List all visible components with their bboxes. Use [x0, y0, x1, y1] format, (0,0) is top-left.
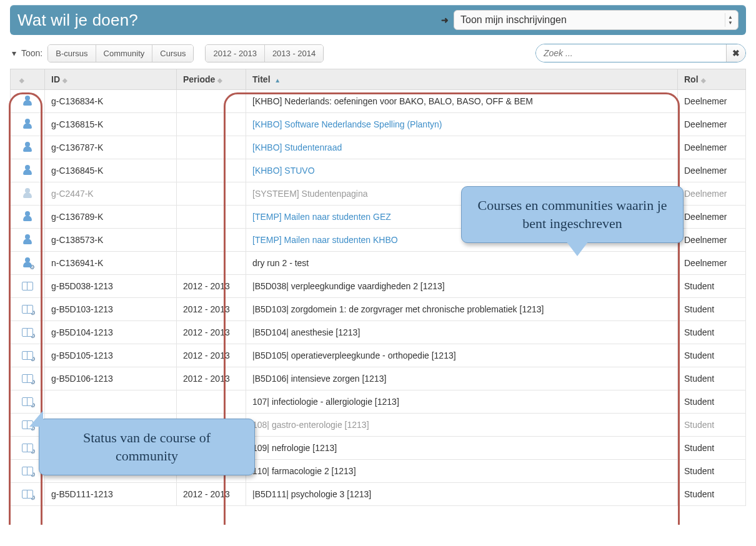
cell-periode [177, 90, 246, 113]
book-icon [22, 281, 33, 290]
filter-type-cursus[interactable]: Cursus [152, 45, 193, 62]
cell-id: g-C2447-K [45, 182, 177, 206]
course-link[interactable]: [KHBO] Software Nederlandse Spelling (Pl… [252, 119, 442, 129]
cell-rol: Deelnemer [678, 182, 746, 206]
cell-titel: |B5D105| operatieverpleegkunde - orthope… [246, 344, 678, 367]
cell-rol: Student [678, 321, 746, 344]
filter-type-bcursus[interactable]: B-cursus [48, 45, 96, 62]
col-id[interactable]: ID◆ [45, 69, 177, 90]
cell-id: g-B5D111-1213 [45, 483, 177, 506]
cell-id: n-C136941-K [45, 252, 177, 275]
cell-icon: ⚙ [11, 344, 45, 367]
cell-titel: [KHBO] Studentenraad [246, 136, 678, 159]
cell-rol: Student [678, 483, 746, 506]
search-clear-button[interactable]: ✖ [726, 44, 745, 62]
cell-rol: Student [678, 367, 746, 390]
cell-icon: ⚙ [11, 390, 45, 414]
action-dropdown-value: Toon mijn inschrijvingen [460, 14, 567, 26]
table-row: ⚙107| infectiologie - allergiologie [121… [11, 390, 746, 414]
filter-label: Toon: [21, 48, 42, 58]
table-row: ⚙g-B5D106-12132012 - 2013|B5D106| intens… [11, 367, 746, 390]
cell-titel: 108| gastro-enterologie [1213] [246, 414, 678, 437]
stepper-icon[interactable]: ▲▼ [725, 13, 735, 27]
cell-rol: Student [678, 344, 746, 367]
cell-rol: Student [678, 275, 746, 298]
col-rol[interactable]: Rol◆ [678, 69, 746, 90]
gear-icon: ⚙ [30, 379, 36, 385]
cell-icon [11, 182, 45, 206]
course-link[interactable]: [TEMP] Mailen naar studenten KHBO [252, 235, 398, 245]
cell-rol: Student [678, 414, 746, 437]
cell-rol: Student [678, 298, 746, 321]
action-header: Wat wil je doen? ➜ Toon mijn inschrijvin… [10, 5, 746, 35]
search-input[interactable] [536, 44, 726, 62]
person-icon [22, 211, 32, 221]
gear-icon: ⚙ [30, 495, 36, 500]
course-title: |B5D111| psychologie 3 [1213] [252, 489, 371, 499]
person-icon [22, 142, 32, 152]
cell-periode: 2012 - 2013 [177, 367, 246, 390]
table-row: ⚙g-B5D103-12132012 - 2013|B5D103| zorgdo… [11, 298, 746, 321]
cell-icon [11, 275, 45, 298]
filter-year-2012[interactable]: 2012 - 2013 [206, 45, 264, 62]
cell-rol: Deelnemer [678, 159, 746, 182]
filter-type-community[interactable]: Community [96, 45, 153, 62]
cell-id: g-B5D038-1213 [45, 275, 177, 298]
cell-titel: [KHBO] STUVO [246, 159, 678, 182]
course-title: [KHBO] Nederlands: oefeningen voor BAKO,… [252, 96, 533, 106]
col-titel[interactable]: Titel ▲ [246, 69, 678, 90]
cell-periode [177, 136, 246, 159]
book-icon: ⚙ [22, 443, 33, 452]
filter-year-2013[interactable]: 2013 - 2014 [265, 45, 323, 62]
table-row: ⚙g-B5D105-12132012 - 2013|B5D105| operat… [11, 344, 746, 367]
cell-rol: Deelnemer [678, 90, 746, 113]
book-icon: ⚙ [22, 466, 33, 475]
cell-id: g-C136815-K [45, 113, 177, 136]
cell-titel: [KHBO] Software Nederlandse Spelling (Pl… [246, 113, 678, 136]
course-title: |B5D105| operatieverpleegkunde - orthope… [252, 350, 456, 360]
course-title: |B5D106| intensieve zorgen [1213] [252, 374, 386, 384]
course-link[interactable]: [KHBO] STUVO [252, 166, 315, 176]
book-icon: ⚙ [22, 304, 33, 313]
col-periode[interactable]: Periode◆ [177, 69, 246, 90]
person-icon: ⚙ [22, 257, 32, 267]
person-icon [22, 234, 32, 244]
table-row: g-C136815-K[KHBO] Software Nederlandse S… [11, 113, 746, 136]
course-title: 110| farmacologie 2 [1213] [252, 466, 356, 476]
callout-status: Status van de course of community [39, 419, 255, 475]
cell-icon: ⚙ [11, 298, 45, 321]
filter-bar: ▾ Toon: B-cursus Community Cursus 2012 -… [10, 44, 746, 62]
person-icon [22, 119, 32, 129]
cell-icon [11, 113, 45, 136]
table-row: g-C136787-K[KHBO] StudentenraadDeelnemer [11, 136, 746, 159]
col-icon[interactable]: ◆ [11, 69, 45, 90]
course-title: dry run 2 - test [252, 258, 309, 268]
cell-titel: 110| farmacologie 2 [1213] [246, 460, 678, 483]
cell-id [45, 390, 177, 414]
cell-titel: [KHBO] Nederlands: oefeningen voor BAKO,… [246, 90, 678, 113]
filter-controls: ▾ Toon: B-cursus Community Cursus 2012 -… [10, 44, 331, 62]
cell-periode [177, 390, 246, 414]
cell-titel: dry run 2 - test [246, 252, 678, 275]
cell-titel: |B5D111| psychologie 3 [1213] [246, 483, 678, 506]
cell-periode [177, 182, 246, 206]
cell-id: g-C136845-K [45, 159, 177, 182]
book-icon: ⚙ [22, 350, 33, 359]
cell-id: g-C136789-K [45, 206, 177, 229]
cell-titel: |B5D106| intensieve zorgen [1213] [246, 367, 678, 390]
cell-periode: 2012 - 2013 [177, 321, 246, 344]
cell-periode [177, 206, 246, 229]
gear-icon: ⚙ [29, 264, 35, 270]
person-icon [22, 96, 32, 106]
action-dropdown[interactable]: Toon mijn inschrijvingen ▲▼ [454, 10, 739, 30]
course-link[interactable]: [TEMP] Mailen naar studenten GEZ [252, 212, 391, 222]
cell-rol: Deelnemer [678, 229, 746, 252]
cell-periode [177, 159, 246, 182]
book-icon: ⚙ [22, 489, 33, 498]
cell-id: g-C138573-K [45, 229, 177, 252]
cell-periode [177, 229, 246, 252]
course-link[interactable]: [KHBO] Studentenraad [252, 142, 342, 152]
gear-icon: ⚙ [30, 310, 36, 315]
cell-titel: |B5D103| zorgdomein 1: de zorgvrager met… [246, 298, 678, 321]
book-icon: ⚙ [22, 397, 33, 405]
